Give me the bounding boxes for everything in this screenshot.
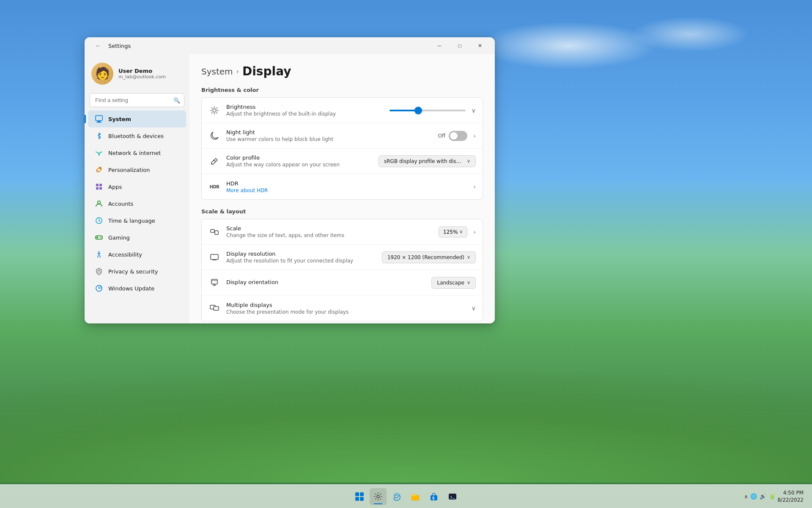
sidebar-item-accounts[interactable]: Accounts bbox=[88, 195, 186, 212]
user-profile[interactable]: 🧑 User Demo m_lab@outlook.com bbox=[85, 58, 189, 91]
avatar: 🧑 bbox=[91, 63, 113, 85]
display-orientation-dropdown[interactable]: Landscape ∨ bbox=[431, 277, 476, 289]
sidebar-item-personalization[interactable]: Personalization bbox=[88, 161, 186, 178]
sidebar-item-update[interactable]: Windows Update bbox=[88, 280, 186, 297]
brightness-row[interactable]: Brightness Adjust the brightness of the … bbox=[202, 98, 483, 123]
brightness-desc: Adjust the brightness of the built-in di… bbox=[226, 111, 384, 117]
svg-rect-22 bbox=[211, 279, 217, 284]
gaming-icon bbox=[95, 233, 103, 242]
night-light-label: Night light bbox=[226, 129, 432, 135]
color-profile-dropdown[interactable]: sRGB display profile with display hardwa… bbox=[379, 155, 476, 167]
taskbar: S ∧ 🌐 🔊 🔋 4:50 PM 8/22/2022 bbox=[0, 484, 812, 508]
taskbar-settings-button[interactable] bbox=[370, 488, 387, 505]
sidebar-item-accessibility[interactable]: Accessibility bbox=[88, 246, 186, 263]
display-resolution-desc: Adjust the resolution to fit your connec… bbox=[226, 258, 376, 264]
display-resolution-value: 812 × 508 (Recommended) bbox=[387, 254, 464, 260]
minimize-button[interactable]: ─ bbox=[430, 39, 449, 52]
taskbar-clock[interactable]: 4:50 PM 8/22/2022 bbox=[777, 489, 807, 504]
multiple-displays-row[interactable]: Multiple displays Choose the presentatio… bbox=[202, 295, 483, 321]
svg-point-14 bbox=[99, 251, 100, 253]
multiple-displays-icon bbox=[208, 302, 220, 314]
hdr-label: HDR bbox=[226, 180, 461, 187]
color-profile-row[interactable]: Color profile Adjust the way colors appe… bbox=[202, 149, 483, 174]
sidebar-item-system[interactable]: System bbox=[88, 110, 186, 127]
slider-thumb bbox=[414, 107, 422, 114]
display-resolution-row[interactable]: Display resolution Adjust the resolution… bbox=[202, 245, 483, 270]
search-box: 🔍 bbox=[90, 93, 184, 107]
taskbar-right: ∧ 🌐 🔊 🔋 4:50 PM 8/22/2022 bbox=[744, 489, 812, 504]
tray-network-icon[interactable]: 🌐 bbox=[750, 493, 757, 500]
title-bar: ← Settings ─ □ ✕ bbox=[85, 37, 495, 54]
color-profile-value: sRGB display profile with display hardwa… bbox=[384, 158, 464, 164]
sidebar-label-update: Windows Update bbox=[108, 285, 154, 292]
taskbar-terminal-button[interactable] bbox=[444, 488, 461, 505]
scale-icon bbox=[208, 226, 220, 238]
scale-layout-card: Scale Change the size of text, apps, and… bbox=[201, 219, 483, 321]
sidebar-item-privacy[interactable]: Privacy & security bbox=[88, 263, 186, 280]
multiple-displays-label: Multiple displays bbox=[226, 302, 460, 308]
sidebar-label-gaming: Gaming bbox=[108, 235, 130, 241]
sidebar-item-bluetooth[interactable]: Bluetooth & devices bbox=[88, 127, 186, 144]
window-body: 🧑 User Demo m_lab@outlook.com 🔍 bbox=[85, 54, 495, 323]
display-orientation-row[interactable]: Display orientation Landscape ∨ bbox=[202, 270, 483, 295]
svg-rect-25 bbox=[355, 492, 359, 496]
brightness-color-card: Brightness Adjust the brightness of the … bbox=[201, 97, 483, 200]
sidebar-item-network[interactable]: Network & internet bbox=[88, 144, 186, 161]
time-icon bbox=[95, 216, 103, 225]
taskbar-date-display: 8/22/2022 bbox=[777, 497, 804, 504]
apps-icon bbox=[95, 182, 103, 191]
breadcrumb-system[interactable]: System bbox=[201, 66, 233, 77]
maximize-button[interactable]: □ bbox=[450, 39, 469, 52]
night-light-toggle[interactable] bbox=[449, 131, 467, 141]
tray-up-arrow[interactable]: ∧ bbox=[744, 494, 748, 500]
accessibility-icon bbox=[95, 250, 103, 259]
close-button[interactable]: ✕ bbox=[470, 39, 490, 52]
bluetooth-icon bbox=[95, 132, 103, 140]
brightness-label: Brightness bbox=[226, 104, 384, 110]
night-light-toggle-label: Off bbox=[438, 133, 446, 139]
scale-row[interactable]: Scale Change the size of text, apps, and… bbox=[202, 219, 483, 245]
sidebar-label-personalization: Personalization bbox=[108, 167, 150, 173]
back-button[interactable]: ← bbox=[91, 39, 105, 52]
svg-rect-27 bbox=[355, 497, 359, 501]
color-profile-desc: Adjust the way colors appear on your scr… bbox=[226, 162, 373, 168]
tray-battery-icon[interactable]: 🔋 bbox=[769, 493, 776, 500]
taskbar-start-button[interactable] bbox=[351, 488, 368, 505]
hdr-icon: HDR bbox=[208, 181, 220, 193]
settings-window: ← Settings ─ □ ✕ 🧑 User bbox=[85, 37, 495, 323]
night-light-chevron: › bbox=[473, 133, 476, 139]
brightness-slider[interactable] bbox=[390, 110, 466, 111]
svg-rect-24 bbox=[214, 306, 219, 310]
night-light-row[interactable]: Night light Use warmer colors to help bl… bbox=[202, 123, 483, 149]
taskbar-explorer-button[interactable] bbox=[407, 488, 424, 505]
taskbar-tray[interactable]: ∧ 🌐 🔊 🔋 bbox=[744, 493, 776, 500]
network-icon bbox=[95, 149, 103, 157]
section-brightness-color: Brightness & color bbox=[201, 87, 483, 93]
svg-rect-0 bbox=[96, 116, 102, 121]
sidebar-item-gaming[interactable]: Gaming bbox=[88, 229, 186, 246]
hdr-row[interactable]: HDR HDR More about HDR › bbox=[202, 174, 483, 199]
display-resolution-icon bbox=[208, 251, 220, 263]
svg-point-9 bbox=[98, 201, 101, 204]
sidebar-label-network: Network & internet bbox=[108, 150, 161, 156]
hdr-link[interactable]: More about HDR bbox=[226, 188, 268, 193]
search-button[interactable]: 🔍 bbox=[173, 97, 180, 103]
display-orientation-label: Display orientation bbox=[226, 279, 425, 285]
svg-point-3 bbox=[99, 155, 100, 156]
taskbar-edge-button[interactable] bbox=[388, 488, 405, 505]
page-title: Display bbox=[242, 64, 291, 78]
search-input[interactable] bbox=[90, 93, 184, 107]
tray-volume-icon[interactable]: 🔊 bbox=[760, 493, 766, 500]
svg-rect-5 bbox=[96, 184, 99, 186]
display-orientation-value: Landscape bbox=[437, 280, 464, 286]
breadcrumb: System › Display bbox=[201, 64, 483, 78]
update-icon bbox=[95, 284, 103, 293]
sidebar-item-apps[interactable]: Apps bbox=[88, 178, 186, 195]
taskbar-store-button[interactable]: S bbox=[425, 488, 442, 505]
sidebar-item-time[interactable]: Time & language bbox=[88, 212, 186, 229]
scale-desc: Change the size of text, apps, and other… bbox=[226, 232, 433, 238]
display-resolution-dropdown[interactable]: 812 × 508 (Recommended) ∨ bbox=[382, 251, 476, 263]
svg-point-13 bbox=[101, 237, 102, 238]
scale-dropdown[interactable]: 125% ∨ bbox=[439, 226, 467, 237]
taskbar-time-display: 4:50 PM bbox=[777, 489, 804, 497]
